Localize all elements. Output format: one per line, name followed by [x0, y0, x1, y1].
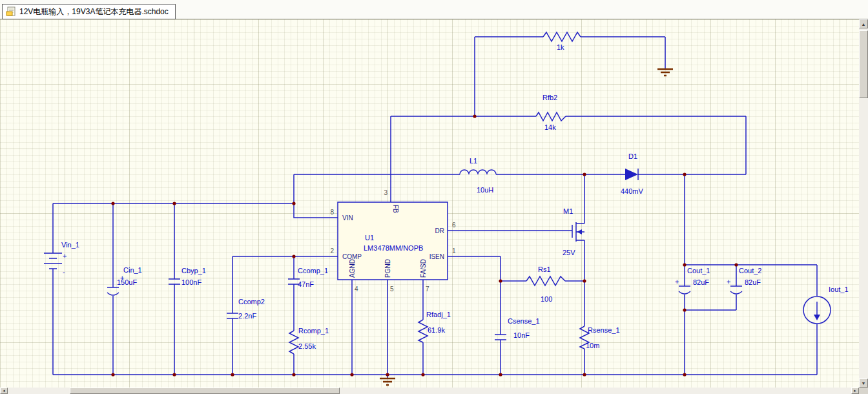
- document-tab-label: 12V电瓶输入，19V3A笔记本充电器.schdoc: [19, 6, 169, 17]
- value[interactable]: 82uF: [693, 278, 709, 286]
- scroll-right-button[interactable]: ►: [851, 388, 859, 394]
- vertical-scroll-thumb[interactable]: [859, 30, 868, 98]
- designator[interactable]: Ccomp_1: [298, 267, 328, 275]
- horizontal-scroll-track[interactable]: [8, 388, 851, 394]
- junction-dot: [683, 373, 686, 376]
- document-tab-bar: 12V电瓶输入，19V3A笔记本充电器.schdoc: [0, 0, 868, 19]
- junction-dot: [111, 202, 114, 205]
- designator[interactable]: Rs1: [538, 265, 551, 273]
- designator[interactable]: Cout_2: [739, 267, 761, 275]
- resistor-symbol: [418, 320, 428, 342]
- component-ic-u1[interactable]: U1 LM3478MM/NOPB 8 2 3 6 1 4 5 7 VIN COM…: [330, 189, 456, 293]
- junction-dot: [111, 373, 114, 376]
- junction-dot: [386, 373, 389, 376]
- value[interactable]: 2.2nF: [238, 312, 256, 320]
- component-resistor-rfb2[interactable]: Rfb2 14k: [536, 94, 566, 131]
- value[interactable]: 25V: [563, 249, 575, 256]
- document-tab[interactable]: 12V电瓶输入，19V3A笔记本充电器.schdoc: [2, 4, 176, 19]
- wire[interactable]: [391, 37, 746, 202]
- value[interactable]: 14k: [544, 123, 556, 131]
- value[interactable]: 10m: [586, 342, 599, 349]
- junction-dot: [683, 172, 686, 176]
- scroll-down-button[interactable]: ▼: [859, 378, 868, 388]
- component-inductor-l1[interactable]: L1 10uH: [460, 157, 496, 194]
- schematic-canvas[interactable]: Vin_1 + - Cin_1 + 150uF Cbyp_1 100nF Cco…: [0, 19, 859, 388]
- value[interactable]: 1k: [557, 43, 564, 51]
- pin-number-pgnd: 5: [390, 285, 394, 293]
- pin-name-agnd: AGND: [349, 259, 356, 278]
- designator[interactable]: Iout_1: [829, 285, 849, 293]
- polar-cap-symbol: [679, 286, 690, 294]
- value[interactable]: 61.9k: [428, 326, 445, 334]
- value[interactable]: 82uF: [745, 278, 761, 286]
- junction-dot: [683, 308, 686, 311]
- component-resistor-1k[interactable]: 1k: [543, 32, 581, 51]
- junction-dot: [172, 373, 176, 376]
- value[interactable]: 47nF: [298, 280, 314, 288]
- junction-dot: [350, 373, 353, 376]
- designator[interactable]: Rsense_1: [588, 326, 620, 334]
- comment[interactable]: LM3478MM/NOPB: [364, 244, 423, 252]
- schematic-editor-window: 12V电瓶输入，19V3A笔记本充电器.schdoc Vin_1 + - Cin…: [0, 0, 868, 394]
- ground-bars: [657, 69, 673, 76]
- horizontal-scrollbar[interactable]: ◄ ►: [0, 388, 859, 394]
- junction-dot: [734, 263, 738, 266]
- value[interactable]: 10uH: [477, 186, 493, 194]
- pin-name-isen: ISEN: [429, 253, 444, 260]
- designator[interactable]: M1: [563, 207, 573, 215]
- value[interactable]: 10nF: [513, 331, 530, 339]
- designator[interactable]: Rfadj_1: [426, 311, 451, 318]
- designator[interactable]: Rcomp_1: [298, 327, 329, 335]
- battery-symbol: [44, 253, 62, 269]
- resistor-symbol: [543, 32, 581, 41]
- resistor-symbol: [536, 112, 566, 121]
- ground-symbol-bottom[interactable]: [380, 378, 395, 385]
- pin-number-fasd: 7: [426, 285, 429, 293]
- designator[interactable]: L1: [470, 157, 477, 165]
- value[interactable]: 440mV: [621, 187, 644, 195]
- vertical-scrollbar[interactable]: ▲ ▼: [859, 19, 868, 388]
- component-capacitor-csense1[interactable]: Csense_1 10nF: [495, 317, 540, 340]
- component-diode-d1[interactable]: D1 440mV: [621, 152, 644, 195]
- ground-symbol-top[interactable]: [657, 69, 673, 76]
- component-current-source-iout1[interactable]: Iout_1: [803, 285, 849, 324]
- pin-number-isen: 1: [452, 247, 456, 254]
- wire[interactable]: [565, 116, 817, 375]
- resistor-symbol: [289, 331, 298, 354]
- designator[interactable]: Cout_1: [687, 267, 710, 275]
- plus-sign: +: [727, 278, 730, 285]
- designator[interactable]: Cbyp_1: [181, 267, 206, 275]
- vertical-scroll-track[interactable]: [859, 28, 868, 378]
- plus-sign: +: [675, 278, 679, 285]
- value[interactable]: 150uF: [117, 278, 137, 286]
- value[interactable]: 100: [541, 295, 552, 303]
- minus-sign: -: [63, 268, 65, 276]
- scroll-left-button[interactable]: ◄: [0, 388, 8, 394]
- component-resistor-rcomp1[interactable]: Rcomp_1 2.55k: [289, 327, 329, 354]
- designator[interactable]: Ccomp2: [238, 298, 265, 306]
- pin-number-vin: 8: [330, 209, 334, 216]
- cap-symbol: [495, 335, 506, 340]
- junction-dot: [683, 263, 686, 266]
- designator[interactable]: Cin_1: [123, 266, 142, 274]
- component-resistor-rsense1[interactable]: Rsense_1 10m: [580, 326, 620, 349]
- component-mosfet-m1[interactable]: M1 25V: [563, 207, 584, 256]
- designator[interactable]: U1: [365, 234, 374, 242]
- horizontal-scroll-thumb[interactable]: [70, 388, 340, 394]
- component-battery-vin1[interactable]: Vin_1 + -: [44, 241, 79, 276]
- mosfet-arrow: [577, 229, 582, 234]
- designator[interactable]: D1: [628, 152, 637, 160]
- scroll-up-button[interactable]: ▲: [859, 19, 868, 28]
- component-capacitor-cin1[interactable]: Cin_1 + 150uF: [107, 266, 142, 295]
- component-resistor-rs1[interactable]: Rs1 100: [526, 265, 565, 303]
- designator[interactable]: Vin_1: [61, 241, 79, 249]
- component-capacitor-cout2[interactable]: Cout_2 + 82uF: [727, 267, 761, 294]
- resistor-symbol: [526, 276, 565, 285]
- scrollbar-corner: [859, 388, 868, 394]
- designator[interactable]: Csense_1: [508, 317, 540, 325]
- value[interactable]: 2.55k: [298, 342, 316, 350]
- component-capacitor-cout1[interactable]: Cout_1 + 82uF: [675, 267, 710, 294]
- ground-bars: [380, 378, 395, 385]
- value[interactable]: 100nF: [181, 278, 202, 286]
- designator[interactable]: Rfb2: [542, 94, 557, 101]
